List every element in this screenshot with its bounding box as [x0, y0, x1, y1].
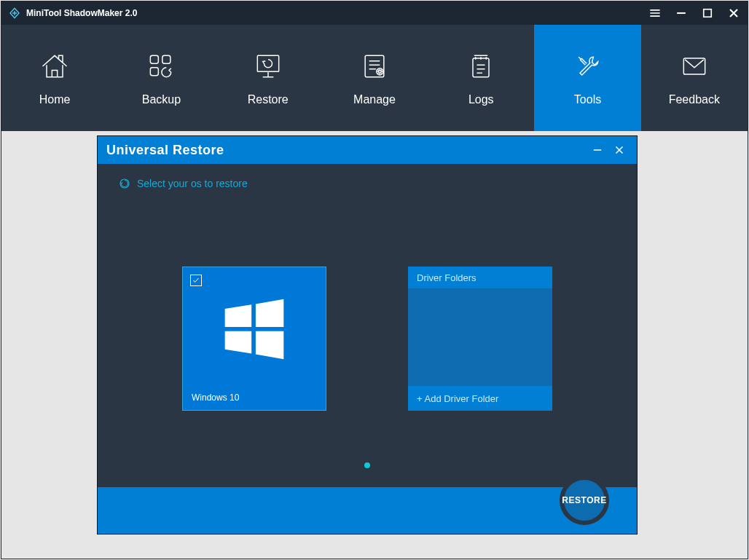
svg-rect-7 [473, 58, 489, 77]
svg-marker-10 [225, 305, 251, 328]
nav-manage[interactable]: Manage [321, 25, 428, 131]
minimize-icon[interactable] [673, 5, 689, 21]
svg-rect-4 [257, 55, 278, 71]
nav-label: Home [39, 93, 71, 106]
home-icon [38, 50, 71, 83]
svg-rect-1 [151, 55, 159, 63]
pager-dot[interactable] [364, 462, 370, 468]
nav-label: Logs [468, 93, 494, 106]
svg-marker-13 [256, 331, 283, 359]
logs-icon [464, 50, 498, 83]
add-driver-folder-button[interactable]: + Add Driver Folder [408, 386, 552, 411]
os-name-label: Windows 10 [192, 393, 239, 403]
main-nav: Home Backup Restore [1, 25, 748, 131]
content-area: Universal Restore Select your os to rest… [1, 131, 748, 559]
restore-button[interactable]: RESTORE [560, 476, 609, 525]
dialog-body: Windows 10 Driver Folders + Add Driver F… [98, 190, 637, 458]
svg-rect-3 [151, 68, 159, 76]
nav-logs[interactable]: Logs [428, 25, 534, 131]
pager [98, 458, 637, 487]
maximize-icon[interactable] [699, 5, 715, 21]
nav-label: Tools [574, 93, 601, 106]
close-icon[interactable] [726, 5, 742, 21]
svg-marker-12 [225, 331, 251, 354]
nav-label: Manage [353, 93, 396, 106]
svg-rect-5 [365, 55, 384, 76]
driver-folders-panel: Driver Folders + Add Driver Folder [408, 267, 552, 411]
refresh-icon [118, 177, 131, 190]
nav-restore[interactable]: Restore [215, 25, 321, 131]
backup-icon [144, 50, 178, 83]
nav-backup[interactable]: Backup [108, 25, 214, 131]
dialog-minimize-icon[interactable] [589, 141, 606, 159]
feedback-icon [678, 50, 711, 83]
dialog-title-text: Universal Restore [106, 143, 224, 158]
svg-rect-2 [162, 55, 170, 63]
titlebar: MiniTool ShadowMaker 2.0 [1, 1, 748, 25]
svg-rect-0 [704, 9, 712, 17]
os-tile-windows10[interactable]: Windows 10 [182, 267, 326, 411]
nav-label: Restore [248, 93, 289, 106]
manage-icon [358, 50, 391, 83]
window-controls [647, 5, 742, 21]
restore-icon [251, 50, 285, 83]
universal-restore-dialog: Universal Restore Select your os to rest… [97, 135, 638, 535]
dialog-close-icon[interactable] [611, 141, 628, 159]
svg-marker-11 [256, 299, 283, 327]
nav-tools[interactable]: Tools [534, 25, 640, 131]
nav-feedback[interactable]: Feedback [641, 25, 748, 131]
dialog-subtitle-text: Select your os to restore [137, 178, 248, 189]
app-window: MiniTool ShadowMaker 2.0 Home [1, 1, 748, 559]
tools-icon [571, 50, 605, 83]
driver-folders-list [408, 288, 552, 386]
dialog-subtitle: Select your os to restore [98, 164, 637, 190]
menu-icon[interactable] [647, 5, 663, 21]
dialog-titlebar: Universal Restore [98, 136, 637, 164]
nav-home[interactable]: Home [1, 25, 108, 131]
nav-label: Backup [142, 93, 181, 106]
nav-label: Feedback [669, 93, 720, 106]
os-checkbox-icon[interactable] [190, 275, 202, 286]
windows-logo-icon [219, 293, 289, 366]
driver-folders-header: Driver Folders [408, 267, 552, 288]
dialog-footer: RESTORE [98, 487, 637, 534]
app-title: MiniTool ShadowMaker 2.0 [26, 8, 647, 18]
app-logo-icon [7, 6, 22, 20]
